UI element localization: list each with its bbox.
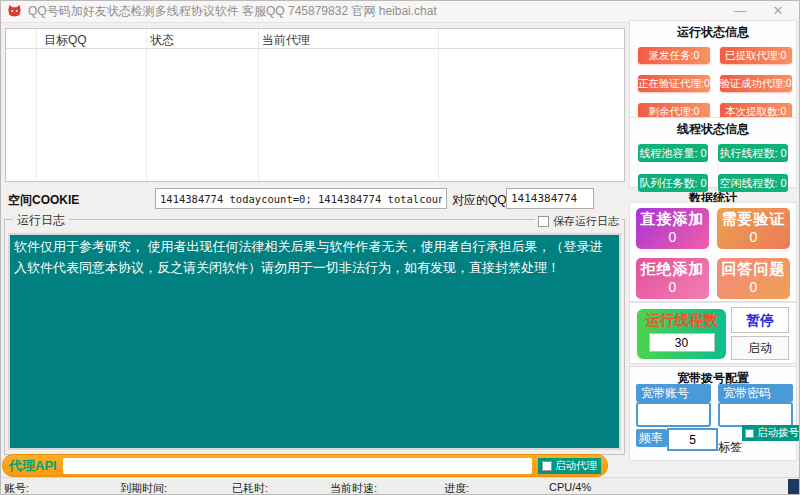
proxy-api-input[interactable] [63, 458, 532, 474]
tile-answer-question-label: 回答问题 [717, 260, 790, 279]
status-cpu: CPU/4% [549, 481, 591, 493]
tile-direct-add-label: 直接添加 [636, 210, 709, 229]
running-threads-tile: 运行线程数 [637, 309, 726, 359]
tile-reject-add-label: 拒绝添加 [636, 260, 709, 279]
cookie-label: 空间COOKIE [8, 192, 79, 209]
results-table: 目标QQ 状态 当前代理 [5, 28, 625, 182]
running-threads-label: 运行线程数 [637, 311, 726, 330]
thread-control-section: 运行线程数 暂停 启动 [629, 302, 797, 364]
start-proxy-label: 启动代理 [555, 459, 597, 473]
start-dial-option[interactable]: 启动拨号 [742, 425, 800, 441]
tile-need-verify-value: 0 [717, 229, 790, 245]
start-proxy-checkbox[interactable] [542, 461, 552, 471]
minimize-icon[interactable]: — [724, 0, 756, 22]
cookie-input[interactable] [155, 188, 447, 209]
run-status-header: 运行状态信息 [630, 21, 796, 41]
thread-status-header: 线程状态信息 [630, 118, 796, 138]
tile-answer-question: 回答问题 0 [717, 258, 790, 299]
stat-extracted-proxies: 已提取代理:0 [720, 47, 792, 64]
app-icon [7, 4, 22, 18]
run-log-textarea[interactable]: 软件仅用于参考研究， 使用者出现任何法律相关后果与软件作者无关，使用者自行承担后… [8, 233, 621, 450]
qq-number-input[interactable] [506, 188, 594, 209]
tile-need-verify: 需要验证 0 [717, 208, 790, 249]
thread-status-section: 线程状态信息 线程池容量: 0 执行线程数: 0 队列任务数: 0 空闲线程数:… [629, 117, 797, 188]
tile-reject-add: 拒绝添加 0 [636, 258, 709, 299]
status-progress: 进度: [444, 481, 469, 495]
save-log-option[interactable]: 保存运行日志 [535, 214, 622, 229]
proxy-api-label: 代理API [9, 457, 57, 475]
tile-need-verify-label: 需要验证 [717, 210, 790, 229]
broadband-password-label: 宽带密码 [718, 384, 793, 402]
column-header-status[interactable]: 状态 [150, 32, 174, 49]
stat-dispatch-tasks: 派发任务:0 [638, 47, 710, 64]
status-expiry: 到期时间: [120, 481, 167, 495]
start-dial-checkbox[interactable] [745, 429, 754, 438]
frequency-label: 频率 [636, 429, 667, 447]
run-status-section: 运行状态信息 派发任务:0 已提取代理:0 正在验证代理:0 验证成功代理:0 … [629, 20, 797, 118]
dial-config-section: 宽带拨号配置 宽带账号 宽带密码 频率 启动拨号 标签 [629, 366, 797, 461]
save-log-checkbox[interactable] [538, 216, 549, 227]
table-gridline [258, 29, 259, 181]
window-title: QQ号码加好友状态检测多线程协议软件 客服QQ 745879832 官网 hei… [28, 3, 437, 20]
tile-direct-add-value: 0 [636, 229, 709, 245]
proxy-api-bar: 代理API 启动代理 [2, 454, 608, 477]
status-elapsed: 已耗时: [232, 481, 268, 495]
save-log-label: 保存运行日志 [553, 214, 619, 229]
tag-label: 标签 [718, 439, 742, 456]
run-log-group: 运行日志 保存运行日志 软件仅用于参考研究， 使用者出现任何法律相关后果与软件作… [4, 219, 625, 455]
tile-direct-add: 直接添加 0 [636, 208, 709, 249]
table-gridline [36, 29, 37, 181]
tile-reject-add-value: 0 [636, 279, 709, 295]
status-account: 账号: [4, 481, 29, 495]
frequency-input[interactable] [667, 428, 718, 451]
thread-count-input[interactable] [649, 333, 715, 352]
stat-verified-proxies: 验证成功代理:0 [720, 75, 792, 92]
start-proxy-option[interactable]: 启动代理 [538, 458, 601, 474]
column-header-current-proxy[interactable]: 当前代理 [262, 32, 310, 49]
tile-answer-question-value: 0 [717, 279, 790, 295]
stat-verifying-proxies: 正在验证代理:0 [638, 75, 710, 92]
run-log-group-label: 运行日志 [13, 212, 69, 229]
data-stats-grid: 直接添加 0 需要验证 0 拒绝添加 0 回答问题 0 [630, 203, 796, 305]
broadband-account-label: 宽带账号 [636, 384, 711, 402]
table-gridline [146, 29, 147, 181]
start-dial-label: 启动拨号 [757, 426, 799, 440]
status-speed: 当前时速: [330, 481, 377, 495]
run-status-grid: 派发任务:0 已提取代理:0 正在验证代理:0 验证成功代理:0 剩余代理:0 … [630, 41, 796, 128]
stat-thread-pool: 线程池容量: 0 [638, 144, 708, 162]
broadband-password-input[interactable] [718, 402, 793, 427]
start-button[interactable]: 启动 [731, 336, 789, 360]
status-bar: 账号: 到期时间: 已耗时: 当前时速: 进度: CPU/4% [0, 477, 800, 495]
stat-executing-threads: 执行线程数: 0 [718, 144, 788, 162]
data-stats-section: 直接添加 0 需要验证 0 拒绝添加 0 回答问题 0 [629, 202, 797, 302]
close-icon[interactable]: ✕ [762, 0, 794, 22]
table-gridline [438, 29, 439, 181]
pause-button[interactable]: 暂停 [731, 307, 789, 333]
broadband-account-input[interactable] [636, 402, 711, 427]
table-header-divider [6, 48, 624, 49]
column-header-target-qq[interactable]: 目标QQ [44, 32, 87, 49]
resize-grip[interactable] [788, 479, 800, 494]
